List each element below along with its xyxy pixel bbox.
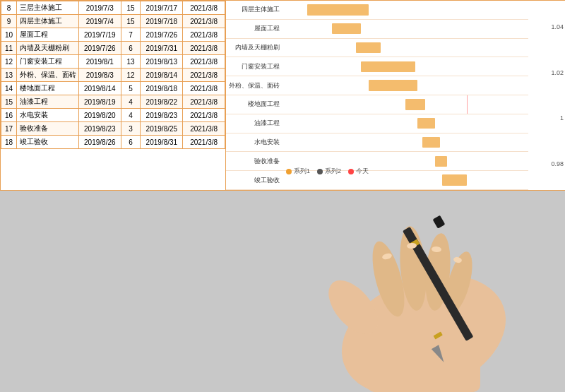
hand-image xyxy=(297,180,565,392)
cell-id: 10 xyxy=(1,28,17,42)
cell-end: 2019/7/18 xyxy=(141,15,183,28)
cell-start: 2019/8/14 xyxy=(78,82,121,95)
cell-end: 2019/8/31 xyxy=(141,136,183,149)
legend-label-today: 今天 xyxy=(356,167,369,176)
gantt-bar-area xyxy=(282,57,528,76)
gantt-bar xyxy=(332,23,362,34)
cell-start: 2019/7/19 xyxy=(78,28,121,42)
cell-days: 4 xyxy=(121,109,141,122)
main-container: 8 三层主体施工 2019/7/3 15 2019/7/17 2021/3/8 … xyxy=(0,0,565,191)
gantt-task-label: 内墙及天棚粉刷 xyxy=(226,43,282,52)
gantt-task-label: 楼地面工程 xyxy=(226,100,282,109)
gantt-task-label: 油漆工程 xyxy=(226,119,282,128)
cell-name: 内墙及天棚粉刷 xyxy=(16,42,78,55)
gantt-bar-area xyxy=(282,76,528,95)
cell-id: 17 xyxy=(1,122,17,136)
cell-id: 14 xyxy=(1,82,17,95)
cell-plan: 2021/3/8 xyxy=(183,69,225,82)
schedule-table: 8 三层主体施工 2019/7/3 15 2019/7/17 2021/3/8 … xyxy=(1,1,225,149)
gantt-bar xyxy=(422,137,439,148)
cell-end: 2019/7/31 xyxy=(141,42,183,55)
gantt-task-label: 竣工验收 xyxy=(226,176,282,185)
gantt-bar-area xyxy=(282,95,528,114)
cell-days: 4 xyxy=(121,95,141,109)
cell-id: 8 xyxy=(1,1,17,15)
table-row: 18 竣工验收 2019/8/26 6 2019/8/31 2021/3/8 xyxy=(1,136,225,149)
gantt-bar-area xyxy=(282,1,528,19)
table-row: 14 楼地面工程 2019/8/14 5 2019/8/18 2021/3/8 xyxy=(1,82,225,95)
cell-start: 2019/8/23 xyxy=(78,122,121,136)
cell-start: 2019/7/3 xyxy=(78,1,121,15)
cell-end: 2019/8/23 xyxy=(141,109,183,122)
gantt-bar xyxy=(435,156,447,167)
cell-plan: 2021/3/8 xyxy=(183,55,225,69)
cell-start: 2019/7/26 xyxy=(78,42,121,55)
cell-plan: 2021/3/8 xyxy=(183,122,225,136)
cell-end: 2019/7/17 xyxy=(141,1,183,15)
svg-rect-10 xyxy=(433,215,446,229)
cell-name: 竣工验收 xyxy=(16,136,78,149)
table-row: 11 内墙及天棚粉刷 2019/7/26 6 2019/7/31 2021/3/… xyxy=(1,42,225,55)
chart-legend: 系列1 系列2 今天 xyxy=(286,167,369,176)
y-label-4: 0.98 xyxy=(531,160,564,167)
table-section: 8 三层主体施工 2019/7/3 15 2019/7/17 2021/3/8 … xyxy=(0,0,226,191)
table-row: 10 屋面工程 2019/7/19 7 2019/7/26 2021/3/8 xyxy=(1,28,225,42)
gantt-task-row: 四层主体施工 xyxy=(226,1,528,20)
cell-name: 三层主体施工 xyxy=(16,1,78,15)
cell-name: 水电安装 xyxy=(16,109,78,122)
gantt-task-row: 油漆工程 xyxy=(226,114,528,133)
legend-dot-today xyxy=(348,169,354,174)
gantt-task-label: 屋面工程 xyxy=(226,24,282,33)
cell-plan: 2021/3/8 xyxy=(183,28,225,42)
cell-id: 9 xyxy=(1,15,17,28)
gantt-bar xyxy=(307,4,369,15)
table-row: 9 四层主体施工 2019/7/4 15 2019/7/18 2021/3/8 xyxy=(1,15,225,28)
table-row: 13 外粉、保温、面砖 2019/8/3 12 2019/8/14 2021/3… xyxy=(1,69,225,82)
gantt-task-row: 外粉、保温、面砖 xyxy=(226,76,528,95)
gantt-bar xyxy=(369,80,418,90)
legend-label-series2: 系列2 xyxy=(325,167,341,176)
cell-end: 2019/8/14 xyxy=(141,69,183,82)
cell-days: 13 xyxy=(121,55,141,69)
y-label-1: 1.04 xyxy=(531,23,564,30)
table-row: 12 门窗安装工程 2019/8/1 13 2019/8/13 2021/3/8 xyxy=(1,55,225,69)
cell-id: 18 xyxy=(1,136,17,149)
cell-start: 2019/8/20 xyxy=(78,109,121,122)
gantt-bar xyxy=(405,99,425,109)
cell-plan: 2021/3/8 xyxy=(183,1,225,15)
gantt-bar xyxy=(356,42,381,53)
legend-dot-series1 xyxy=(286,169,292,174)
gantt-task-label: 外粉、保温、面砖 xyxy=(226,81,282,90)
legend-today: 今天 xyxy=(348,167,369,176)
cell-end: 2019/7/26 xyxy=(141,28,183,42)
cell-plan: 2021/3/8 xyxy=(183,82,225,95)
cell-end: 2019/8/18 xyxy=(141,82,183,95)
gantt-task-row: 门窗安装工程 xyxy=(226,57,528,76)
cell-name: 四层主体施工 xyxy=(16,15,78,28)
cell-name: 验收准备 xyxy=(16,122,78,136)
gantt-rows: 四层主体施工屋面工程内墙及天棚粉刷门窗安装工程外粉、保温、面砖楼地面工程油漆工程… xyxy=(226,1,528,190)
today-line xyxy=(467,95,468,114)
svg-rect-6 xyxy=(367,350,480,392)
gantt-task-row: 内墙及天棚粉刷 xyxy=(226,39,528,58)
cell-id: 12 xyxy=(1,55,17,69)
legend-label-series1: 系列1 xyxy=(294,167,310,176)
cell-days: 7 xyxy=(121,28,141,42)
cell-id: 16 xyxy=(1,109,17,122)
gantt-task-row: 验收准备 xyxy=(226,152,528,171)
cell-start: 2019/8/3 xyxy=(78,69,121,82)
gantt-task-label: 四层主体施工 xyxy=(226,5,282,14)
cell-start: 2019/7/4 xyxy=(78,15,121,28)
cell-days: 12 xyxy=(121,69,141,82)
legend-series2: 系列2 xyxy=(317,167,341,176)
cell-days: 6 xyxy=(121,136,141,149)
gantt-task-row: 屋面工程 xyxy=(226,20,528,39)
cell-name: 外粉、保温、面砖 xyxy=(16,69,78,82)
cell-plan: 2021/3/8 xyxy=(183,95,225,109)
cell-id: 15 xyxy=(1,95,17,109)
cell-id: 11 xyxy=(1,42,17,55)
y-axis-labels: 1.04 1.02 1 0.98 xyxy=(530,1,565,190)
cell-days: 6 xyxy=(121,42,141,55)
cell-days: 3 xyxy=(121,122,141,136)
cell-start: 2019/8/26 xyxy=(78,136,121,149)
